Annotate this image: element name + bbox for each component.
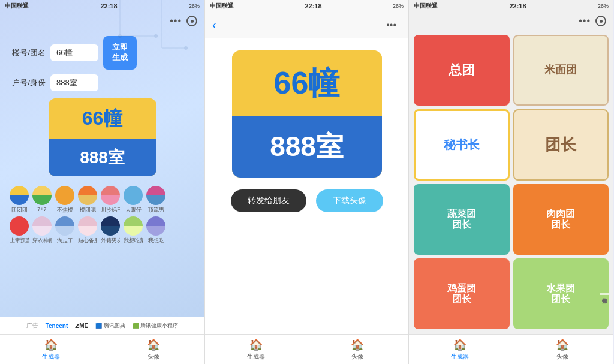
tab-generator-p2[interactable]: 🏠 生成器 (205, 335, 307, 364)
floor-label: 楼号/团名 (10, 47, 46, 58)
floor-input[interactable]: 66幢 (50, 44, 98, 61)
avatar-text-rourouduan: 肉肉团团长 (546, 209, 575, 230)
nav-bar-p2: ‹ ••• (205, 12, 408, 38)
tab-generator-p1[interactable]: 🏠 生成器 (0, 335, 103, 364)
color-label-11: 贴心备胎 (78, 237, 97, 245)
color-item-7: 顶流男 (146, 186, 165, 214)
color-item-6: 大眼仔 (124, 186, 143, 214)
tab-generator-label-p2: 生成器 (247, 353, 265, 361)
color-swatch-14[interactable] (146, 216, 165, 236)
color-label-12: 外籍男友 (101, 237, 120, 245)
avatar-card-shuiguoduan[interactable]: 水果团团长 长按保存头像 (513, 258, 609, 329)
tab-bar-p2: 🏠 生成器 🏠 头像 (205, 334, 408, 364)
preview-floor-text: 66幢 (58, 106, 147, 132)
time-p2: 22:18 (305, 2, 321, 10)
battery-p1: 26% (189, 3, 200, 9)
color-label-5: 川沙妈已 (101, 206, 120, 214)
home-icon-p3a: 🏠 (453, 338, 466, 351)
nav-bar-p3: ••• (409, 12, 613, 30)
color-item-11: 贴心备胎 (78, 216, 97, 245)
tab-avatar-p1[interactable]: 🏠 头像 (103, 335, 205, 364)
color-item-13: 我想吃菜 (124, 216, 143, 245)
avatar-text-mimianduan: 米面团 (544, 64, 577, 76)
nav-bar-p1: ••• (0, 12, 204, 30)
save-hint-label: 长按保存头像 (600, 293, 609, 295)
big-preview-floor: 66幢 (246, 62, 368, 104)
share-button[interactable]: 转发给朋友 (231, 189, 306, 212)
color-label-10: 淘走了 (55, 237, 74, 245)
tencent-dict: 🟦 腾讯图典 (95, 322, 125, 330)
more-icon-p2[interactable]: ••• (386, 20, 396, 31)
time-p1: 22:18 (100, 2, 117, 10)
target-icon-p3[interactable] (595, 16, 606, 26)
unit-input[interactable]: 888室 (50, 74, 98, 91)
color-item-1: 团团团 (10, 186, 29, 214)
avatar-card-mimianduan[interactable]: 米面团 (513, 35, 609, 106)
tab-avatar-p3[interactable]: 🏠 头像 (511, 335, 614, 364)
color-label-13: 我想吃菜 (124, 237, 143, 245)
color-swatch-8[interactable] (10, 216, 29, 236)
big-preview-card: 66幢 888室 (232, 50, 382, 178)
color-item-3: 不焦橙 (55, 186, 74, 214)
color-swatch-7[interactable] (146, 186, 165, 205)
status-bar-p2: 中国联通 22:18 26% (205, 0, 408, 12)
tab-generator-p3[interactable]: 🏠 生成器 (409, 335, 511, 364)
more-icon[interactable]: ••• (170, 16, 182, 26)
color-swatch-13[interactable] (124, 216, 143, 236)
panel1-main: 楼号/团名 66幢 立即生成 户号/身份 888室 66幢 888室 (0, 30, 204, 317)
avatar-card-mishuchang[interactable]: 秘书长 (414, 109, 510, 180)
avatar-card-rourouduan[interactable]: 肉肉团团长 (513, 184, 609, 255)
avatar-grid: 总团 米面团 秘书长 团长 蔬菜团团长 肉肉团团长 鸡蛋团团长 水果团团长 长按… (409, 30, 613, 334)
color-item-5: 川沙妈已 (101, 186, 120, 214)
tab-generator-label-p1: 生成器 (42, 353, 60, 361)
panel-avatars: 中国联通 22:18 26% ••• 总团 米面团 秘书长 团长 蔬菜团团长 肉… (409, 0, 613, 364)
big-preview-bottom: 888室 (232, 116, 382, 178)
color-swatch-12[interactable] (101, 216, 120, 236)
color-label-8: 上帝预言 (10, 237, 29, 245)
color-swatch-2[interactable] (32, 186, 52, 205)
color-item-10: 淘走了 (55, 216, 74, 245)
target-icon[interactable] (186, 16, 197, 26)
color-swatch-6[interactable] (124, 186, 143, 205)
nav-right-p2: ••• (386, 20, 401, 31)
avatar-text-zongduan: 总团 (449, 63, 475, 77)
avatar-card-tuanzhang-beige[interactable]: 团长 (513, 109, 609, 180)
back-button[interactable]: ‹ (212, 18, 216, 32)
generate-button[interactable]: 立即生成 (103, 36, 137, 70)
avatar-icon-p2: 🏠 (351, 338, 364, 351)
color-section: 团团团 7+7 不焦橙 (10, 186, 195, 247)
color-swatch-10[interactable] (55, 216, 74, 236)
color-swatch-1[interactable] (10, 186, 29, 205)
download-button[interactable]: 下载头像 (316, 189, 383, 212)
zme-logo: 𝗭ME (75, 323, 88, 329)
tab-avatar-p2[interactable]: 🏠 头像 (307, 335, 409, 364)
color-swatch-5[interactable] (101, 186, 120, 205)
avatar-card-jidanduan[interactable]: 鸡蛋团团长 (414, 258, 510, 329)
more-icon-p3[interactable]: ••• (579, 16, 591, 26)
avatar-text-jidanduan: 鸡蛋团团长 (447, 283, 476, 304)
color-swatch-3[interactable] (55, 186, 74, 205)
ad-bar: 广告 Tencent 𝗭ME 🟦 腾讯图典 🟩 腾讯健康小程序 (0, 317, 204, 334)
avatar-text-tuanzhang-beige: 团长 (545, 136, 576, 154)
big-preview-unit: 888室 (246, 128, 368, 166)
panel2-main: 66幢 888室 转发给朋友 下载头像 (205, 38, 408, 334)
color-swatch-9[interactable] (32, 216, 52, 236)
color-label-1: 团团团 (10, 206, 29, 214)
color-swatch-11[interactable] (78, 216, 97, 236)
home-icon-p3b: 🏠 (556, 338, 569, 351)
unit-row: 户号/身份 888室 (10, 74, 195, 91)
preview-card-small: 66幢 888室 (49, 98, 156, 176)
avatar-card-zongduan[interactable]: 总团 (414, 35, 510, 106)
color-item-4: 橙团嗯 (78, 186, 97, 214)
avatar-icon-p1: 🏠 (147, 338, 160, 351)
tab-bar-p1: 🏠 生成器 🏠 头像 (0, 334, 204, 364)
status-bar-p1: 中国联通 22:18 26% (0, 0, 204, 12)
avatar-text-shuiguoduan: 水果团团长 (546, 283, 575, 304)
avatar-card-shucaiduan[interactable]: 蔬菜团团长 (414, 184, 510, 255)
color-label-4: 橙团嗯 (78, 206, 97, 214)
color-label-2: 7+7 (32, 206, 52, 212)
tab-avatar-label-p3: 头像 (556, 353, 568, 361)
color-item-9: 穿衣神颜 (32, 216, 52, 245)
color-row-2: 上帝预言 穿衣神颜 淘走了 (10, 216, 195, 245)
color-swatch-4[interactable] (78, 186, 97, 205)
